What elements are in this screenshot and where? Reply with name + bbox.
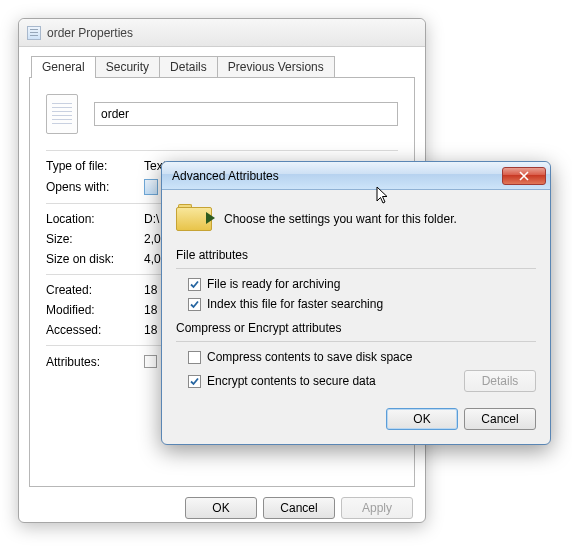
opens-with-label: Opens with: [46,180,144,194]
index-label: Index this file for faster searching [207,297,383,311]
advanced-ok-button[interactable]: OK [386,408,458,430]
compress-label: Compress contents to save disk space [207,350,412,364]
advanced-cancel-button[interactable]: Cancel [464,408,536,430]
accessed-label: Accessed: [46,323,144,337]
type-of-file-label: Type of file: [46,159,144,173]
encrypt-checkbox[interactable] [188,375,201,388]
advanced-intro-text: Choose the settings you want for this fo… [224,212,457,226]
details-button[interactable]: Details [464,370,536,392]
tab-strip: General Security Details Previous Versio… [29,56,415,78]
created-label: Created: [46,283,144,297]
tab-security[interactable]: Security [95,56,160,78]
advanced-titlebar[interactable]: Advanced Attributes [162,162,550,190]
properties-cancel-button[interactable]: Cancel [263,497,335,519]
index-checkbox[interactable] [188,298,201,311]
archive-label: File is ready for archiving [207,277,340,291]
properties-apply-button[interactable]: Apply [341,497,413,519]
folder-settings-icon [176,204,212,234]
advanced-title: Advanced Attributes [172,169,279,183]
properties-titlebar[interactable]: order Properties [19,19,425,47]
filename-input[interactable] [94,102,398,126]
file-type-icon [46,94,78,134]
properties-button-row: OK Cancel Apply [19,487,425,529]
readonly-checkbox[interactable] [144,355,157,368]
size-label: Size: [46,232,144,246]
properties-title: order Properties [47,26,133,40]
tab-general[interactable]: General [31,56,96,78]
file-attributes-header: File attributes [176,248,536,262]
tab-previous-versions[interactable]: Previous Versions [217,56,335,78]
document-icon [27,26,41,40]
notepad-icon [144,179,158,195]
properties-ok-button[interactable]: OK [185,497,257,519]
attributes-label: Attributes: [46,355,144,369]
tab-details[interactable]: Details [159,56,218,78]
compress-checkbox[interactable] [188,351,201,364]
location-label: Location: [46,212,144,226]
encrypt-label: Encrypt contents to secure data [207,374,376,388]
modified-label: Modified: [46,303,144,317]
sizeondisk-label: Size on disk: [46,252,144,266]
advanced-attributes-dialog: Advanced Attributes Choose the settings … [161,161,551,445]
compress-encrypt-header: Compress or Encrypt attributes [176,321,536,335]
close-icon [519,171,529,181]
archive-checkbox[interactable] [188,278,201,291]
close-button[interactable] [502,167,546,185]
